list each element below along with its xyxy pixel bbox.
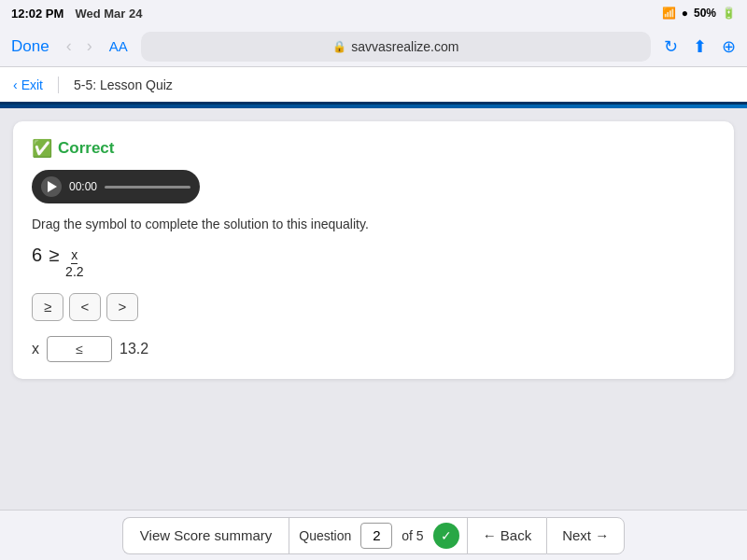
url-text: savvasrealize.com — [351, 39, 458, 54]
correct-label: Correct — [58, 139, 114, 158]
wifi-icon: 📶 — [662, 7, 676, 20]
question-card: ✅ Correct 00:00 Drag the symbol to compl… — [13, 121, 734, 379]
answer-symbol-box: ≤ — [47, 336, 112, 362]
question-of: of 5 — [392, 528, 432, 543]
question-label: Question — [289, 528, 360, 543]
math-gte-symbol: ≥ — [49, 245, 59, 266]
more-button[interactable]: ⊕ — [722, 36, 736, 57]
bottom-bar: View Score summary Question 2 of 5 ✓ ← B… — [0, 510, 747, 560]
fraction-numerator: x — [71, 248, 78, 264]
answer-symbol: ≤ — [76, 342, 83, 357]
symbol-buttons: ≥ < > — [32, 293, 715, 321]
status-date: Wed Mar 24 — [75, 7, 142, 21]
next-button[interactable]: Next → — [546, 517, 625, 554]
app-nav-bar: ‹ Exit 5-5: Lesson Quiz — [0, 67, 747, 105]
back-button[interactable]: ← Back — [467, 517, 547, 554]
exit-button[interactable]: ‹ Exit — [13, 77, 43, 92]
answer-value: 13.2 — [120, 341, 148, 357]
status-bar: 12:02 PM Wed Mar 24 📶 ● 50% 🔋 — [0, 0, 747, 26]
main-content: ✅ Correct 00:00 Drag the symbol to compl… — [0, 108, 747, 510]
answer-variable: x — [32, 341, 39, 357]
math-expression: 6 ≥ x 2.2 — [32, 245, 715, 280]
lock-icon: 🔒 — [332, 40, 346, 53]
gt-label: > — [119, 299, 127, 315]
quiz-title: 5-5: Lesson Quiz — [74, 77, 173, 92]
lt-label: < — [81, 299, 90, 315]
correct-checkmark-icon: ✅ — [32, 138, 52, 159]
question-number-box[interactable]: 2 — [360, 523, 392, 549]
play-icon — [48, 181, 57, 192]
fraction-denominator: 2.2 — [65, 264, 83, 279]
math-left: 6 — [32, 245, 42, 266]
signal-icon: ● — [682, 7, 688, 20]
exit-arrow-icon: ‹ — [13, 77, 18, 92]
audio-player[interactable]: 00:00 — [32, 170, 200, 203]
exit-label: Exit — [21, 77, 43, 92]
symbol-gt-button[interactable]: > — [106, 293, 138, 321]
audio-progress-bar[interactable] — [105, 186, 190, 189]
share-button[interactable]: ⬆ — [693, 36, 707, 57]
battery-indicator: 50% — [694, 7, 716, 20]
back-arrow[interactable]: ‹ — [63, 35, 76, 58]
browser-bar: Done ‹ › AA 🔒 savvasrealize.com ↻ ⬆ ⊕ — [0, 26, 747, 67]
text-size-button[interactable]: AA — [109, 38, 128, 54]
answer-row: x ≤ 13.2 — [32, 336, 715, 362]
play-button[interactable] — [41, 176, 62, 197]
symbol-lt-button[interactable]: < — [69, 293, 101, 321]
battery-icon: 🔋 — [722, 7, 736, 20]
browser-nav: ‹ › — [63, 35, 96, 58]
status-icons: 📶 ● 50% 🔋 — [662, 7, 736, 20]
status-time: 12:02 PM — [11, 7, 63, 21]
question-number: 2 — [373, 527, 380, 543]
instruction-text: Drag the symbol to complete the solution… — [32, 217, 715, 231]
gte-label: ≥ — [44, 299, 51, 315]
browser-actions: ↻ ⬆ ⊕ — [664, 36, 736, 57]
symbol-gte-button[interactable]: ≥ — [32, 293, 63, 321]
done-button[interactable]: Done — [11, 37, 49, 56]
audio-time: 00:00 — [69, 180, 97, 193]
math-fraction: x 2.2 — [65, 248, 83, 280]
url-bar[interactable]: 🔒 savvasrealize.com — [141, 32, 651, 62]
question-check-icon: ✓ — [433, 523, 459, 549]
correct-badge: ✅ Correct — [32, 138, 715, 159]
view-score-summary-button[interactable]: View Score summary — [122, 517, 289, 554]
question-navigator: Question 2 of 5 ✓ — [289, 517, 466, 554]
nav-divider — [58, 77, 59, 93]
forward-arrow[interactable]: › — [83, 35, 96, 58]
refresh-button[interactable]: ↻ — [664, 36, 678, 57]
